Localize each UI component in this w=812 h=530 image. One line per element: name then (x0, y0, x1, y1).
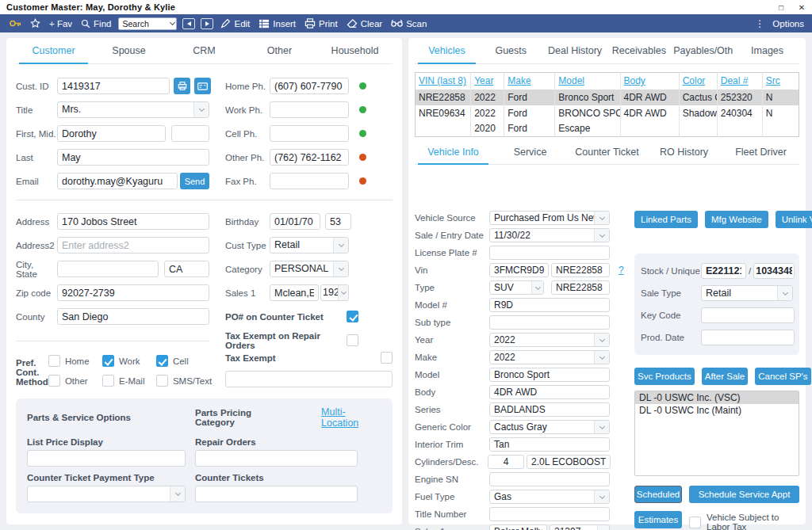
scan-button[interactable]: Scan (389, 14, 428, 32)
prod-date-input[interactable] (701, 330, 795, 345)
col-src[interactable]: Src (762, 73, 799, 90)
service-products-list[interactable]: DL -0 USWC Inc. (VSC) DL -0 USWC Inc (Ma… (634, 391, 799, 476)
tab-vehicle-info[interactable]: Vehicle Info (415, 140, 492, 164)
col-body[interactable]: Body (620, 73, 679, 90)
cell-ph-input[interactable] (270, 125, 349, 142)
chevron-down-icon[interactable] (594, 334, 609, 346)
year-select[interactable]: 2022 (489, 333, 610, 347)
maximize-button[interactable]: □ (771, 0, 791, 14)
edit-button[interactable]: Edit (219, 14, 251, 32)
col-deal[interactable]: Deal # (717, 73, 762, 90)
unlink-vehicle-button[interactable]: Unlink Veh. (776, 211, 812, 228)
find-button[interactable]: Find (79, 14, 113, 32)
chevron-down-icon[interactable] (597, 525, 609, 530)
col-model[interactable]: Model (555, 73, 620, 90)
cylinders-input[interactable] (488, 455, 524, 469)
pref-sms-checkbox[interactable] (156, 375, 168, 387)
pref-email-option[interactable]: E-Mail (102, 375, 156, 387)
tab-guests[interactable]: Guests (479, 38, 543, 63)
vin-last8-input[interactable] (551, 263, 610, 277)
tab-customer[interactable]: Customer (16, 38, 91, 63)
send-email-button[interactable]: Send (180, 173, 209, 189)
chevron-down-icon[interactable] (333, 238, 348, 253)
sales1-name-input[interactable] (270, 284, 319, 301)
kebab-menu-icon[interactable]: ⋮ (755, 18, 764, 29)
print-customer-button[interactable] (174, 78, 190, 94)
pref-cell-option[interactable]: Cell (156, 355, 216, 367)
chevron-down-icon[interactable] (594, 212, 609, 224)
chevron-down-icon[interactable] (594, 490, 609, 503)
other-ph-input[interactable] (270, 149, 349, 166)
close-button[interactable]: ✕ (791, 0, 812, 14)
po-counter-checkbox[interactable] (347, 311, 358, 322)
first-name-input[interactable] (57, 125, 166, 142)
col-color[interactable]: Color (679, 73, 717, 90)
linked-parts-button[interactable]: Linked Parts (634, 211, 698, 228)
col-vin[interactable]: VIN (last 8) (416, 73, 471, 90)
sale-entry-date-select[interactable]: 11/30/22 (489, 228, 610, 242)
address-input[interactable] (57, 213, 209, 230)
vin-prefix-input[interactable] (489, 263, 549, 277)
vehicle-sales1-name-input[interactable] (489, 524, 547, 530)
title-select[interactable]: Mrs. (57, 101, 209, 118)
estimates-button[interactable]: Estimates (634, 511, 682, 528)
scheduled-button[interactable]: Scheduled (634, 486, 682, 503)
id-card-button[interactable] (194, 78, 211, 94)
state-input[interactable] (164, 261, 209, 277)
pref-sms-option[interactable]: SMS/Text (156, 375, 216, 387)
chevron-down-icon[interactable] (193, 102, 209, 117)
pref-email-checkbox[interactable] (102, 375, 114, 387)
mfg-website-button[interactable]: Mfg Website (705, 211, 768, 228)
clear-button[interactable]: Clear (345, 14, 384, 32)
key-code-input[interactable] (701, 307, 795, 323)
tab-household[interactable]: Household (317, 38, 393, 63)
work-ph-input[interactable] (270, 101, 349, 118)
pref-home-option[interactable]: Home (48, 355, 102, 367)
tax-exempt-ro-checkbox[interactable] (347, 334, 358, 346)
engine-desc-input[interactable] (527, 455, 611, 469)
list-price-display-input[interactable] (27, 450, 186, 467)
model-input[interactable] (489, 368, 610, 382)
col-year[interactable]: Year (471, 73, 504, 90)
tab-counter-ticket[interactable]: Counter Ticket (569, 140, 645, 164)
pref-home-checkbox[interactable] (48, 355, 60, 367)
pref-cell-checkbox[interactable] (156, 355, 168, 367)
tab-spouse[interactable]: Spouse (91, 38, 167, 63)
license-plate-input[interactable] (489, 246, 610, 260)
series-input[interactable] (489, 402, 610, 417)
key-icon[interactable] (8, 14, 23, 32)
pref-work-option[interactable]: Work (102, 355, 156, 367)
vehicle-sales1-number-select[interactable]: 21397 (550, 524, 610, 530)
county-input[interactable] (57, 308, 209, 325)
insert-button[interactable]: Insert (257, 14, 297, 32)
engine-sn-input[interactable] (489, 472, 610, 486)
tab-other[interactable]: Other (242, 38, 317, 63)
chevron-down-icon[interactable] (333, 261, 348, 276)
chevron-down-icon[interactable] (594, 229, 609, 242)
sales1-number-select[interactable]: 19221 (320, 284, 349, 301)
favorite-star-icon[interactable] (29, 14, 42, 32)
nav-forward-button[interactable] (201, 18, 213, 29)
options-button[interactable]: Options (772, 19, 804, 29)
stock-input[interactable] (701, 263, 746, 279)
birthday-input[interactable] (270, 213, 320, 230)
model-number-input[interactable] (489, 298, 610, 312)
print-button[interactable]: Print (303, 14, 339, 32)
zip-input[interactable] (57, 284, 209, 301)
home-ph-input[interactable] (270, 78, 349, 94)
fuel-type-select[interactable]: Gas (489, 490, 610, 504)
repair-orders-input[interactable] (195, 450, 358, 467)
address2-input[interactable] (57, 237, 209, 254)
tax-exempt-checkbox[interactable] (381, 352, 393, 364)
add-favorite-button[interactable]: + Fav (48, 14, 74, 32)
tab-service[interactable]: Service (492, 140, 569, 164)
tab-payables[interactable]: Payables/Oth (671, 38, 735, 63)
city-input[interactable] (57, 261, 159, 277)
tab-fleet-driver[interactable]: Fleet Driver (722, 140, 799, 164)
multi-location-link[interactable]: Multi-Location (321, 406, 381, 429)
tab-vehicles[interactable]: Vehicles (415, 38, 479, 63)
pref-other-option[interactable]: Other (48, 375, 102, 387)
ct-payment-type-select[interactable] (27, 486, 186, 502)
pref-other-checkbox[interactable] (48, 375, 60, 387)
vehicle-source-select[interactable]: Purchased From Us New (489, 211, 610, 225)
